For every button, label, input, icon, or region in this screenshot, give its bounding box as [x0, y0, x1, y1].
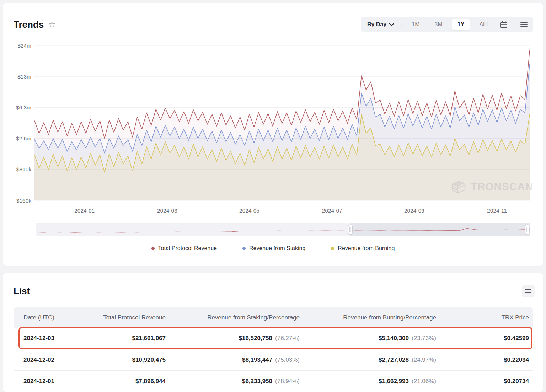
svg-text:$810k: $810k — [16, 166, 31, 172]
trends-card: Trends ☆ By Day | 1M 3M 1Y ALL | — [3, 3, 543, 266]
chart-menu-button[interactable] — [519, 22, 529, 27]
staking-percentage: (76.27%) — [275, 335, 300, 342]
cell-date: 2024-12-01 — [23, 378, 98, 385]
table-row[interactable]: 2024-12-01 $7,896,944 $6,233,950(78.94%)… — [14, 370, 533, 392]
svg-text:2024-03: 2024-03 — [157, 208, 177, 214]
legend-dot-total — [151, 247, 155, 250]
cell-total: $21,661,067 — [98, 335, 166, 342]
svg-text:2024-07: 2024-07 — [322, 208, 342, 214]
col-staking: Revenue from Staking/Percentage — [166, 314, 300, 321]
col-total: Total Protocol Revenue — [98, 314, 166, 321]
list-card: List Date (UTC) Total Protocol Revenue R… — [3, 273, 543, 392]
legend-label-burning: Revenue from Burning — [338, 245, 395, 252]
cell-total: $7,896,944 — [98, 378, 166, 385]
cell-trx-price: $0.22034 — [436, 356, 529, 364]
svg-text:$6.3m: $6.3m — [16, 104, 31, 111]
chart-legend: Total Protocol Revenue Revenue from Stak… — [3, 245, 543, 252]
legend-label-total: Total Protocol Revenue — [158, 245, 217, 252]
calendar-button[interactable] — [499, 21, 509, 28]
revenue-table: Date (UTC) Total Protocol Revenue Revenu… — [14, 307, 533, 392]
cell-date: 2024-12-02 — [23, 356, 98, 364]
interval-dropdown-label: By Day — [367, 21, 386, 28]
hamburger-icon — [525, 289, 531, 294]
cell-burning: $5,140,309(23.73%) — [300, 335, 436, 342]
hamburger-icon — [520, 22, 528, 27]
svg-text:2024-09: 2024-09 — [404, 208, 424, 214]
staking-percentage: (75.03%) — [275, 356, 300, 363]
table-row[interactable]: 2024-12-02 $10,920,475 $8,193,447(75.03%… — [14, 349, 533, 370]
chart-controls: By Day | 1M 3M 1Y ALL | — [361, 17, 533, 32]
cell-burning: $1,662,993(21.06%) — [300, 378, 436, 385]
list-title: List — [14, 286, 30, 297]
cell-staking: $16,520,758(76.27%) — [166, 335, 300, 342]
burning-percentage: (23.73%) — [412, 335, 436, 342]
revenue-chart[interactable]: $160k$810k$2.6m$6.3m$13m$24m2024-012024-… — [3, 43, 543, 220]
cell-total: $10,920,475 — [98, 356, 166, 364]
cell-trx-price: $0.20734 — [436, 378, 529, 385]
cell-trx-price: $0.42599 — [436, 335, 529, 342]
cell-staking: $8,193,447(75.03%) — [166, 356, 300, 364]
range-1m-button[interactable]: 1M — [406, 19, 425, 30]
cell-date: 2024-12-03 — [23, 335, 98, 342]
trends-header: Trends ☆ By Day | 1M 3M 1Y ALL | — [14, 17, 533, 32]
svg-text:2024-11: 2024-11 — [487, 208, 507, 214]
burning-percentage: (24.97%) — [412, 356, 436, 363]
range-1y-button[interactable]: 1Y — [452, 19, 470, 30]
col-date: Date (UTC) — [23, 314, 98, 321]
interval-dropdown[interactable]: By Day — [365, 21, 396, 28]
col-burning: Revenue from Burning/Percentage — [300, 314, 436, 321]
svg-text:2024-05: 2024-05 — [239, 208, 259, 214]
staking-percentage: (78.94%) — [275, 378, 300, 385]
svg-text:$160k: $160k — [16, 198, 31, 204]
legend-dot-staking — [242, 247, 246, 250]
svg-text:$13m: $13m — [17, 74, 31, 80]
legend-label-staking: Revenue from Staking — [249, 245, 305, 252]
calendar-icon — [500, 21, 508, 28]
chart-range-navigator[interactable] — [36, 223, 530, 236]
range-3m-button[interactable]: 3M — [429, 19, 448, 30]
table-row[interactable]: 2024-12-03 $21,661,067 $16,520,758(76.27… — [14, 328, 533, 349]
table-header-row: Date (UTC) Total Protocol Revenue Revenu… — [14, 307, 533, 328]
list-menu-button[interactable] — [522, 285, 535, 297]
svg-text:$24m: $24m — [17, 43, 31, 49]
favorite-star-icon[interactable]: ☆ — [48, 20, 56, 29]
page-title: Trends ☆ — [14, 19, 56, 30]
range-all-button[interactable]: ALL — [473, 19, 495, 30]
burning-percentage: (21.06%) — [412, 378, 436, 385]
legend-total-protocol-revenue[interactable]: Total Protocol Revenue — [151, 245, 217, 252]
list-header: List — [14, 285, 535, 297]
svg-text:$2.6m: $2.6m — [16, 135, 31, 141]
legend-revenue-from-burning[interactable]: Revenue from Burning — [331, 245, 395, 252]
trends-title: Trends — [14, 19, 44, 30]
cell-burning: $2,727,028(24.97%) — [300, 356, 436, 364]
legend-revenue-from-staking[interactable]: Revenue from Staking — [242, 245, 305, 252]
divider: | — [513, 21, 515, 28]
svg-text:2024-01: 2024-01 — [74, 208, 95, 214]
divider: | — [400, 21, 402, 28]
legend-dot-burning — [331, 247, 334, 250]
col-trx-price: TRX Price — [436, 314, 529, 321]
cell-staking: $6,233,950(78.94%) — [166, 378, 300, 385]
chevron-down-icon — [389, 23, 394, 26]
